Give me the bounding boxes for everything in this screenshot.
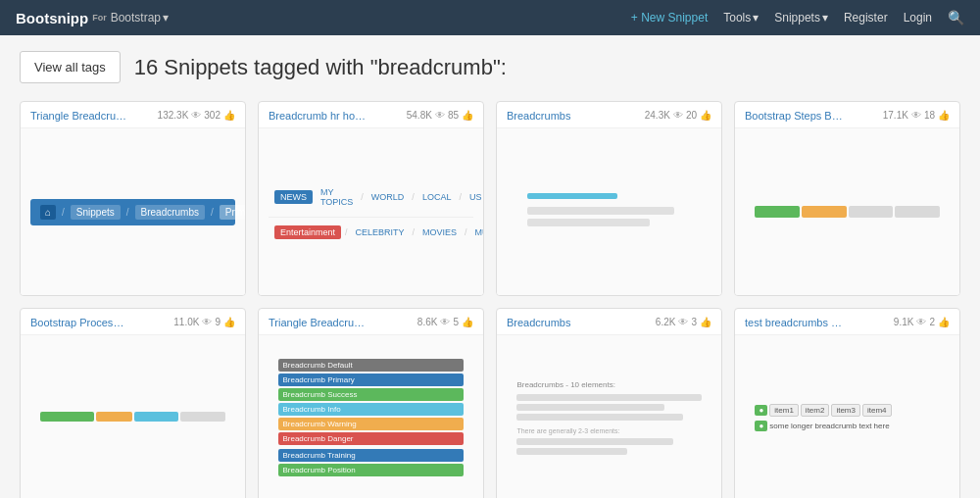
snippet-meta-4: 17.1K 👁 18 👍 [883,110,950,121]
snippet-title-8: test breadcrumbs (no bo... [745,317,843,328]
navbar: Bootsnipp For Bootstrap ▾ + New Snippet … [0,0,980,35]
tools-dropdown[interactable]: Tools ▾ [723,11,759,25]
search-icon[interactable]: 🔍 [948,10,964,25]
eye-icon-6: 👁 [440,317,450,327]
register-link[interactable]: Register [844,11,888,25]
thumb-icon-5: 👍 [223,317,235,327]
snippet-title-3: Breadcrumbs [507,110,570,122]
snippet-header-2: Breadcrumb hr horizon... 54.8K 👁 85 👍 [259,102,483,128]
snippet-meta-1: 132.3K 👁 302 👍 [158,110,235,121]
thumb-icon-4: 👍 [938,110,950,121]
snippet-preview-2: NEWS MY TOPICS / WORLD / LOCAL / US Ente… [259,128,483,295]
thumb-icon-7: 👍 [700,317,711,327]
home-icon: ⌂ [40,205,56,220]
snippet-header-1: Triangle Breadcrum... 132.3K 👁 302 👍 [21,102,245,128]
snippets-chevron-icon: ▾ [822,11,828,25]
snippet-preview-8: ● item1 item2 item3 item4 ● some longer … [735,335,959,498]
snippet-card-4[interactable]: Bootstrap Steps Bread... 17.1K 👁 18 👍 [734,101,960,296]
brand-name: Bootsnipp [16,10,88,26]
navbar-right: + New Snippet Tools ▾ Snippets ▾ Registe… [631,10,964,25]
snippet-header-8: test breadcrumbs (no bo... 9.1K 👁 2 👍 [735,309,959,335]
brand-link[interactable]: Bootsnipp For [16,10,107,26]
snippet-title-6: Triangle Breadcrumbs Arr... [269,317,367,328]
snippet-header-7: Breadcrumbs 6.2K 👁 3 👍 [497,309,721,335]
snippet-header-3: Breadcrumbs 24.3K 👁 20 👍 [497,102,721,128]
snippet-card-3[interactable]: Breadcrumbs 24.3K 👁 20 👍 [496,101,722,296]
snippet-meta-6: 8.6K 👁 5 👍 [417,317,473,327]
header-row: View all tags 16 Snippets tagged with "b… [20,51,960,83]
view-all-tags-button[interactable]: View all tags [20,51,121,83]
page-title: 16 Snippets tagged with "breadcrumb": [134,55,507,80]
eye-icon-4: 👁 [911,110,921,121]
page-content: View all tags 16 Snippets tagged with "b… [0,35,980,498]
snippet-meta-5: 11.0K 👁 9 👍 [173,317,235,327]
snippet-card-5[interactable]: Bootstrap Process Step... 11.0K 👁 9 👍 [20,308,246,498]
snippet-header-5: Bootstrap Process Step... 11.0K 👁 9 👍 [21,309,245,335]
new-snippet-link[interactable]: + New Snippet [631,11,708,25]
bootstrap-dropdown[interactable]: Bootstrap ▾ [111,11,169,25]
snippet-preview-6: Breadcrumb Default Breadcrumb Primary Br… [259,335,483,498]
tools-chevron-icon: ▾ [753,11,759,25]
thumb-icon-3: 👍 [700,110,711,121]
snippet-meta-7: 6.2K 👁 3 👍 [656,317,711,327]
snippet-preview-5 [21,335,245,498]
login-link[interactable]: Login [904,11,932,25]
snippet-header-4: Bootstrap Steps Bread... 17.1K 👁 18 👍 [735,102,959,128]
for-label: For [92,13,107,23]
eye-icon-8: 👁 [916,317,926,327]
snippet-card-2[interactable]: Breadcrumb hr horizon... 54.8K 👁 85 👍 NE… [258,101,484,296]
snippet-meta-2: 54.8K 👁 85 👍 [407,110,473,121]
snippet-meta-3: 24.3K 👁 20 👍 [645,110,711,121]
thumb-icon-8: 👍 [938,317,950,327]
snippet-title-1: Triangle Breadcrum... [30,110,128,122]
snippets-dropdown[interactable]: Snippets ▾ [774,11,828,25]
snippet-card-8[interactable]: test breadcrumbs (no bo... 9.1K 👁 2 👍 ● … [734,308,960,498]
snippet-title-2: Breadcrumb hr horizon... [269,110,367,122]
snippet-preview-7: Breadcrumbs - 10 elements: There are gen… [497,335,721,498]
eye-icon-3: 👁 [673,110,683,121]
snippet-title-5: Bootstrap Process Step... [30,317,128,328]
snippets-grid: Triangle Breadcrum... 132.3K 👁 302 👍 ⌂ /… [20,101,960,498]
bootstrap-label: Bootstrap [111,11,161,25]
snippet-card-1[interactable]: Triangle Breadcrum... 132.3K 👁 302 👍 ⌂ /… [20,101,246,296]
snippet-header-6: Triangle Breadcrumbs Arr... 8.6K 👁 5 👍 [259,309,483,335]
thumb-icon-6: 👍 [462,317,473,327]
eye-icon-1: 👁 [191,110,201,121]
eye-icon-7: 👁 [678,317,688,327]
snippet-meta-8: 9.1K 👁 2 👍 [894,317,950,327]
eye-icon-2: 👁 [435,110,445,121]
eye-icon-5: 👁 [202,317,212,327]
snippet-title-4: Bootstrap Steps Bread... [745,110,843,122]
thumb-icon-2: 👍 [462,110,473,121]
bootstrap-chevron-icon: ▾ [163,11,169,25]
snippet-preview-1: ⌂ / Snippets / Breadcrumbs / Primary [21,128,245,295]
snippet-card-7[interactable]: Breadcrumbs 6.2K 👁 3 👍 Breadcrumbs - 10 … [496,308,722,498]
thumb-icon-1: 👍 [223,110,235,121]
snippet-title-7: Breadcrumbs [507,317,570,328]
snippet-card-6[interactable]: Triangle Breadcrumbs Arr... 8.6K 👁 5 👍 B… [258,308,484,498]
snippet-preview-3 [497,128,721,295]
snippet-preview-4 [735,128,959,295]
